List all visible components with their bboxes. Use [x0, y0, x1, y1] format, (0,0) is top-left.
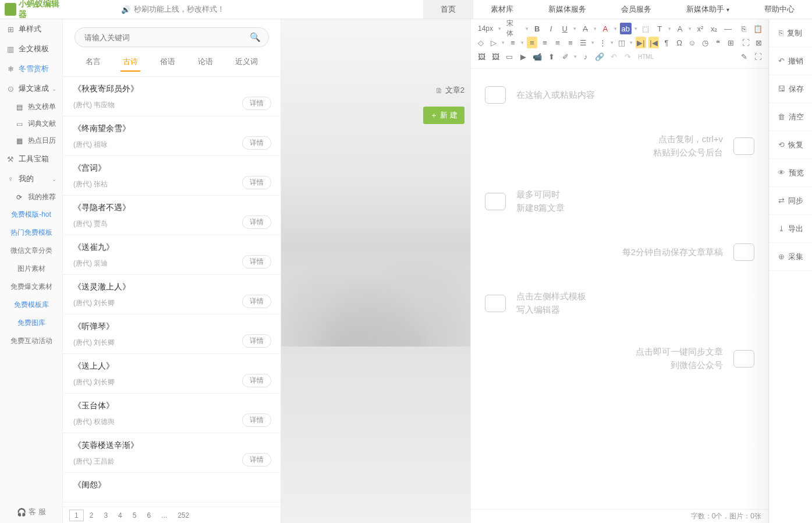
action-导出[interactable]: ⤓导出	[769, 215, 812, 243]
paste-button[interactable]: 📋	[752, 23, 764, 34]
logo[interactable]: 小蚂蚁编辑器	[0, 0, 63, 20]
poem-item[interactable]: 《送崔九》(唐代) 裴迪详情	[63, 235, 281, 275]
sidebar-link[interactable]: 免费模版-hot	[0, 206, 62, 224]
multi-image-button[interactable]: 🖼	[490, 51, 501, 62]
line-height-button[interactable]: ≡	[508, 37, 518, 48]
search-icon[interactable]: 🔍	[250, 32, 261, 43]
poem-item[interactable]: 《送灵澈上人》(唐代) 刘长卿详情	[63, 275, 281, 314]
special-char-button[interactable]: Ω	[674, 37, 685, 48]
poem-item[interactable]: 《芙蓉楼送辛渐》(唐代) 王昌龄详情	[63, 433, 281, 473]
detail-button[interactable]: 详情	[242, 255, 271, 268]
sidebar-link[interactable]: 图片素材	[0, 260, 62, 278]
video-button[interactable]: ▶	[517, 51, 529, 62]
detail-button[interactable]: 详情	[242, 374, 271, 387]
subscript-button[interactable]: x₂	[708, 23, 720, 34]
tab-3[interactable]: 论语	[196, 53, 215, 72]
page-4[interactable]: 4	[114, 510, 127, 521]
format-button[interactable]: ⬚	[640, 23, 652, 34]
action-同步[interactable]: ⇄同步	[769, 187, 812, 215]
sidebar-item[interactable]: ▦热点日历	[0, 132, 62, 149]
new-article-button[interactable]: ＋ 新 建	[423, 107, 464, 124]
tab-0[interactable]: 名言	[83, 53, 103, 72]
detail-button[interactable]: 详情	[242, 136, 271, 150]
direction-button[interactable]: ▶|	[636, 37, 646, 48]
sidebar-link[interactable]: 微信文章分类	[0, 242, 62, 260]
bold-button[interactable]: B	[531, 23, 543, 34]
music-button[interactable]: ♪	[580, 51, 591, 62]
font-color-button[interactable]: A	[600, 23, 611, 34]
ordered-list-button[interactable]: ⋮	[597, 37, 608, 48]
detail-button[interactable]: 详情	[242, 453, 271, 467]
page-...[interactable]: ...	[157, 510, 172, 521]
poem-item[interactable]: 《闺怨》	[63, 473, 281, 503]
poem-item[interactable]: 《终南望余雪》(唐代) 祖咏详情	[63, 116, 281, 156]
detail-button[interactable]: 详情	[242, 176, 271, 189]
poem-item[interactable]: 《寻隐者不遇》(唐代) 贾岛详情	[63, 196, 281, 235]
pagebreak-button[interactable]: ¶	[661, 37, 672, 48]
tab-1[interactable]: 古诗	[120, 53, 140, 72]
direction-rtl-button[interactable]: |◀	[648, 37, 659, 48]
underline-button[interactable]: U	[559, 23, 570, 34]
nav-item-5[interactable]: 帮助中心	[747, 0, 812, 19]
eraser-button[interactable]: ◇	[476, 37, 486, 48]
table-button[interactable]: ⊞	[725, 37, 736, 48]
sidebar-item[interactable]: ♀我的⌄	[0, 169, 62, 189]
action-复制[interactable]: ⎘复制	[769, 19, 812, 47]
sidebar-link[interactable]: 免费模板库	[0, 296, 62, 314]
sidebar-link[interactable]: 免费爆文素材	[0, 278, 62, 296]
sidebar-link[interactable]: 热门免费模板	[0, 224, 62, 242]
nav-item-3[interactable]: 会员服务	[604, 0, 669, 19]
detail-button[interactable]: 详情	[242, 295, 271, 308]
camera-button[interactable]: 📹	[531, 51, 543, 62]
article-tab[interactable]: 🗎 文章2	[435, 85, 464, 96]
sidebar-item[interactable]: ⊞单样式	[0, 19, 62, 39]
text-effect-button[interactable]: T	[654, 23, 665, 34]
list-button[interactable]: ☰	[578, 37, 588, 48]
expand-button[interactable]: ⛶	[752, 51, 764, 62]
sidebar-item[interactable]: ❄冬雪赏析	[0, 59, 62, 79]
detail-button[interactable]: 详情	[242, 414, 271, 427]
action-采集[interactable]: ⊕采集	[769, 243, 812, 271]
align-justify-button[interactable]: ≡	[565, 37, 576, 48]
editor-body[interactable]: 在这输入或粘贴内容点击复制，ctrl+v粘贴到公众号后台最多可同时新建8篇文章每…	[471, 69, 768, 509]
nav-item-2[interactable]: 新媒体服务	[531, 0, 604, 19]
search-input[interactable]	[75, 27, 269, 47]
action-保存[interactable]: 🖫保存	[769, 75, 812, 103]
superscript-button[interactable]: x²	[694, 23, 706, 34]
spacing-button[interactable]: ◫	[616, 37, 627, 48]
sidebar-item[interactable]: ⚒工具宝箱	[0, 149, 62, 169]
redo-button[interactable]: ↷	[622, 51, 633, 62]
sidebar-item[interactable]: ⊙爆文速成⌄	[0, 79, 62, 98]
undo-button[interactable]: ↶	[608, 51, 619, 62]
sidebar-link[interactable]: 免费图库	[0, 314, 62, 332]
close-button[interactable]: ⊠	[753, 37, 764, 48]
page-2[interactable]: 2	[85, 510, 98, 521]
quote-button[interactable]: ❝	[712, 37, 723, 48]
align-left-button[interactable]: ≡	[527, 37, 537, 48]
sidebar-link[interactable]: 免费互动活动	[0, 332, 62, 350]
remove-format-button[interactable]: —	[722, 23, 734, 34]
fullscreen-button[interactable]: ⛶	[740, 37, 751, 48]
page-3[interactable]: 3	[99, 510, 112, 521]
link-button[interactable]: 🔗	[594, 51, 605, 62]
text-shadow-button[interactable]: A	[674, 23, 686, 34]
page-6[interactable]: 6	[142, 510, 155, 521]
edit-mode-button[interactable]: ✎	[738, 51, 750, 62]
image-button[interactable]: 🖼	[476, 51, 487, 62]
detail-button[interactable]: 详情	[242, 215, 271, 229]
poem-item[interactable]: 《宫词》(唐代) 张祜详情	[63, 156, 281, 196]
tab-2[interactable]: 俗语	[158, 53, 178, 72]
sidebar-item[interactable]: ⟳我的推荐	[0, 189, 62, 206]
nav-item-4[interactable]: 新媒体助手▾	[669, 0, 747, 19]
font-family-select[interactable]: 宋体	[504, 23, 523, 34]
datetime-button[interactable]: ◷	[700, 37, 710, 48]
nav-item-1[interactable]: 素材库	[473, 0, 531, 19]
poem-item[interactable]: 《玉台体》(唐代) 权德舆详情	[63, 394, 281, 433]
sidebar-item[interactable]: ▭词典文献	[0, 115, 62, 132]
copy-button[interactable]: ⎘	[738, 23, 750, 34]
nav-item-0[interactable]: 首页	[423, 0, 473, 19]
tab-4[interactable]: 近义词	[233, 53, 260, 72]
page-1[interactable]: 1	[69, 510, 84, 521]
upload-button[interactable]: ⬆	[545, 51, 557, 62]
action-恢复[interactable]: ⟲恢复	[769, 131, 812, 159]
